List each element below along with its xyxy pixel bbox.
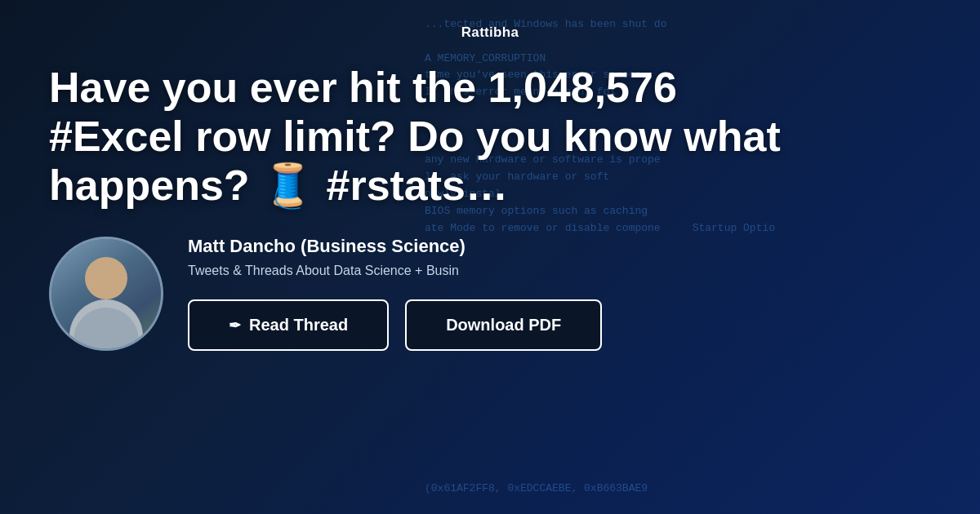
download-pdf-button[interactable]: Download PDF	[405, 299, 602, 351]
author-name: Matt Dancho (Business Science)	[188, 236, 602, 257]
headline: Have you ever hit the 1,048,576 #Excel r…	[49, 64, 784, 210]
download-pdf-label: Download PDF	[446, 316, 561, 335]
author-info: Matt Dancho (Business Science) Tweets & …	[188, 236, 602, 351]
site-title: Rattibha	[49, 24, 931, 41]
main-content: Rattibha Have you ever hit the 1,048,576…	[0, 0, 980, 514]
author-bio: Tweets & Threads About Data Science + Bu…	[188, 264, 602, 278]
action-buttons: ✒ Read Thread Download PDF	[188, 299, 602, 351]
read-thread-label: Read Thread	[249, 316, 348, 335]
feather-icon: ✒	[229, 317, 241, 335]
read-thread-button[interactable]: ✒ Read Thread	[188, 299, 389, 351]
author-row: Matt Dancho (Business Science) Tweets & …	[49, 236, 602, 351]
avatar	[49, 237, 163, 351]
avatar-face	[85, 257, 127, 299]
avatar-image	[51, 239, 161, 348]
